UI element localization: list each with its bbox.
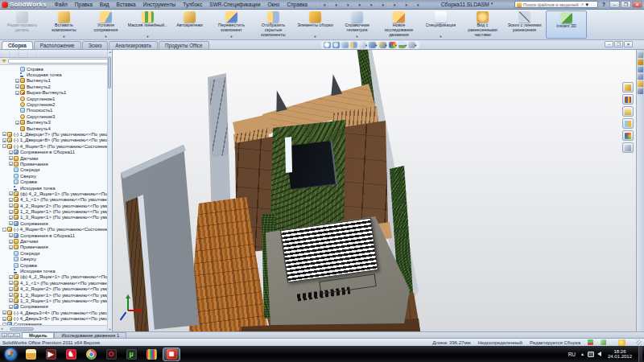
expand-toggle-icon[interactable]: + bbox=[9, 198, 13, 202]
search-dropdown-icon[interactable]: ▾ bbox=[585, 2, 588, 8]
tree-item[interactable]: + 4_1_<1> (По умолчанию<<По умолчанию> bbox=[1, 280, 112, 286]
menu-item[interactable]: Окно bbox=[264, 1, 283, 8]
tree-item[interactable]: + (ф) 4_2_Ящик<1> (По умолчанию<<По умол bbox=[1, 191, 112, 196]
menu-item[interactable]: Справка bbox=[283, 1, 311, 8]
next-tab-button[interactable]: › bbox=[14, 333, 20, 337]
expand-toggle-icon[interactable] bbox=[15, 103, 19, 107]
tree-item[interactable]: + Сопряжения bbox=[1, 322, 112, 325]
tree-horizontal-scrollbar[interactable]: ◂▸ bbox=[0, 325, 112, 331]
ribbon-button[interactable]: Вставить компоненты ▾ bbox=[43, 10, 85, 39]
tree-item[interactable]: Справа bbox=[1, 179, 112, 184]
strip-icon-4[interactable] bbox=[638, 74, 643, 80]
strip-icon-5[interactable] bbox=[638, 81, 643, 87]
tree-item[interactable]: + (ф) 4_2_Ящик<1> (По умолчанию<<По умол bbox=[1, 274, 112, 280]
taskbar-app-utorrent[interactable]: µ bbox=[122, 348, 140, 361]
tree-item[interactable]: - (-) 4_Ящик<6> (По умолчанию<Состояние-… bbox=[1, 227, 112, 232]
expand-toggle-icon[interactable]: + bbox=[9, 216, 13, 220]
tree-item[interactable]: + 4_1_<1> (По умолчанию<<По умолчанию>_ bbox=[1, 197, 112, 203]
search-scope-icon[interactable] bbox=[517, 2, 522, 7]
menu-item[interactable]: Вставка bbox=[114, 1, 139, 8]
taskbar-app-media-stripes[interactable] bbox=[142, 348, 160, 361]
quick-button[interactable]: ▾ bbox=[386, 1, 397, 9]
clock[interactable]: 18:26 24.01.2012 bbox=[605, 349, 635, 360]
expand-toggle-icon[interactable]: + bbox=[9, 204, 13, 208]
strip-icon-6[interactable] bbox=[638, 88, 643, 94]
expand-toggle-icon[interactable] bbox=[9, 186, 13, 190]
expand-toggle-icon[interactable]: + bbox=[9, 275, 13, 279]
dropdown-caret-icon[interactable]: ▾ bbox=[63, 35, 64, 39]
expand-toggle-icon[interactable] bbox=[9, 263, 13, 267]
expand-toggle-icon[interactable]: + bbox=[9, 298, 13, 302]
prev-tab-button[interactable]: ‹ bbox=[8, 333, 14, 337]
taskbar-app-solidworks[interactable]: ▦ bbox=[163, 348, 180, 361]
tree-item[interactable]: Исходная точка bbox=[1, 72, 112, 77]
taskbar-app-opera[interactable]: O bbox=[102, 348, 120, 361]
expand-toggle-icon[interactable]: + bbox=[9, 240, 13, 244]
expand-toggle-icon[interactable]: + bbox=[2, 138, 6, 142]
expand-toggle-icon[interactable]: + bbox=[9, 245, 13, 249]
view-tool[interactable]: ▾ bbox=[324, 42, 331, 48]
graphics-viewport[interactable] bbox=[113, 50, 636, 331]
custom-properties-button[interactable] bbox=[622, 142, 634, 153]
tree-item[interactable]: Скругление2 bbox=[1, 101, 112, 107]
view-tool[interactable]: ▾ bbox=[408, 42, 416, 48]
tree-item[interactable]: + Примечания bbox=[1, 161, 112, 167]
motion-tab[interactable]: Исследование движения 1 bbox=[54, 332, 126, 338]
view-tool[interactable]: ▾ bbox=[332, 42, 340, 48]
task-pane-strip[interactable] bbox=[636, 50, 644, 331]
expand-toggle-icon[interactable]: + bbox=[9, 233, 13, 237]
tree-item[interactable]: + Датчики bbox=[1, 155, 112, 161]
tree-item[interactable]: Исходная точка bbox=[1, 185, 112, 191]
expand-toggle-icon[interactable]: + bbox=[9, 150, 13, 154]
tree-item[interactable]: + 1_3_Ящик<1> (По умолчанию<<По умолчан bbox=[1, 215, 112, 220]
tree-item[interactable]: + Сопряжения в Сборка11 bbox=[1, 149, 112, 154]
menu-item[interactable]: Тулбокс bbox=[180, 1, 205, 8]
ribbon-button[interactable]: Элементы сборки ▾ bbox=[295, 10, 336, 39]
tree-item[interactable]: Справа bbox=[1, 66, 112, 72]
tree-item[interactable]: Спереди bbox=[1, 167, 112, 173]
ribbon-button[interactable]: Вид с разнесенными частями ▾ bbox=[462, 10, 503, 39]
help-button[interactable]: ? bbox=[600, 2, 608, 7]
ribbon-button[interactable]: Отобразить скрытые компоненты ▾ bbox=[253, 10, 294, 39]
tree-item[interactable]: Сверху bbox=[1, 257, 112, 262]
expand-toggle-icon[interactable]: + bbox=[9, 281, 13, 285]
menu-item[interactable]: Инструменты bbox=[140, 1, 180, 8]
expand-toggle-icon[interactable] bbox=[15, 73, 19, 77]
tree-item[interactable]: + (-) 1_Дверца<7> (По умолчанию<<По умол… bbox=[1, 131, 112, 137]
tv-screen-3d[interactable] bbox=[286, 141, 337, 191]
ribbon-button[interactable]: Массив линейный... ▾ bbox=[127, 10, 168, 39]
tree-item[interactable]: Исходная точка bbox=[1, 268, 112, 274]
view-palette-button[interactable] bbox=[622, 118, 634, 129]
tree-item[interactable]: + 1_2_Ящик<1> (По умолчанию<<По умолчан bbox=[1, 292, 112, 298]
dropdown-caret-icon[interactable]: ▾ bbox=[314, 35, 316, 39]
menu-item[interactable]: Правка bbox=[72, 1, 96, 8]
tree-item[interactable]: + Сопряжения bbox=[1, 304, 112, 310]
command-tab[interactable]: Расположение bbox=[34, 41, 81, 49]
resources-button[interactable] bbox=[622, 82, 634, 93]
expand-toggle-icon[interactable]: - bbox=[2, 144, 6, 148]
panel-tab[interactable] bbox=[28, 51, 35, 57]
hidden-icons-chevron-icon[interactable]: ▲ bbox=[580, 352, 584, 356]
ribbon-button[interactable]: Спецификация ▾ bbox=[420, 10, 461, 39]
tree-item[interactable]: + 4_2_Ящик<2> (По умолчанию<<По умолчан bbox=[1, 286, 112, 291]
command-tab[interactable]: Эскиз bbox=[82, 41, 109, 49]
expand-toggle-icon[interactable]: + bbox=[2, 317, 6, 321]
tree-item[interactable]: + (-) 4_Дверь3<4> (По умолчанию<<По умол… bbox=[1, 310, 112, 315]
dropdown-caret-icon[interactable]: ▾ bbox=[147, 35, 148, 39]
command-tab[interactable]: Сборка bbox=[2, 41, 33, 49]
ribbon-button[interactable]: Переместить компонент ▾ bbox=[211, 10, 252, 39]
expand-toggle-icon[interactable]: + bbox=[9, 221, 13, 225]
dropdown-caret-icon[interactable]: ▾ bbox=[230, 35, 232, 39]
tree-item[interactable]: + 1_3_Ящик<1> (По умолчанию<<По умолчан bbox=[1, 298, 112, 303]
expand-toggle-icon[interactable]: + bbox=[15, 84, 19, 88]
expand-toggle-icon[interactable] bbox=[15, 67, 19, 71]
ribbon-button[interactable]: Условия сопряжения ▾ bbox=[85, 10, 126, 39]
expand-toggle-icon[interactable]: + bbox=[15, 91, 19, 95]
view-tool[interactable]: ▾ bbox=[389, 42, 397, 48]
quick-button[interactable]: ▾ bbox=[362, 1, 374, 9]
command-tab[interactable]: Анализировать bbox=[109, 41, 158, 49]
dropdown-caret-icon[interactable]: ▾ bbox=[105, 35, 106, 39]
doc-minimize-button[interactable]: – bbox=[605, 41, 613, 47]
ribbon-button[interactable]: Эскиз с линиями разнесения ▾ bbox=[504, 10, 545, 39]
dropdown-caret-icon[interactable]: ▾ bbox=[356, 35, 357, 39]
